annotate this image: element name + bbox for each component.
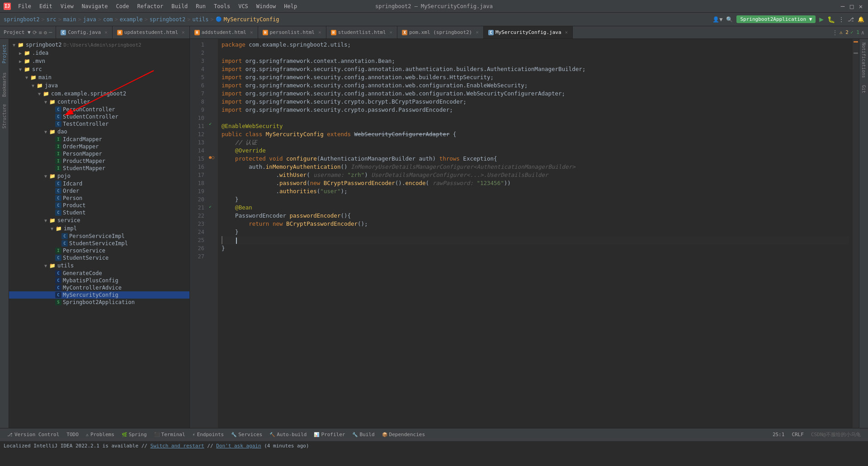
- scrollbar-area[interactable]: [853, 39, 859, 428]
- status-problems[interactable]: ⚠ Problems: [82, 428, 118, 441]
- tree-item-controller[interactable]: ▼ 📁 controller: [9, 98, 189, 106]
- menu-build[interactable]: Build: [168, 2, 191, 10]
- breadcrumb-java[interactable]: java: [83, 16, 96, 23]
- tree-item-person[interactable]: C Person: [9, 195, 189, 202]
- project-strip-button[interactable]: Project: [1, 39, 8, 69]
- tree-item-impl[interactable]: ▼ 📁 impl: [9, 224, 189, 233]
- status-profiler[interactable]: 📊 Profiler: [310, 428, 349, 441]
- tree-item-testcontroller[interactable]: C TestController: [9, 120, 189, 128]
- tree-arrow-controller[interactable]: ▼: [42, 100, 49, 105]
- sync-icon[interactable]: ⟳: [33, 29, 37, 36]
- tree-item-mybatisplusconfig[interactable]: C MybatisPlusConfig: [9, 277, 189, 284]
- project-label[interactable]: Project ▼: [4, 29, 31, 35]
- notifications[interactable]: 🔔: [858, 16, 864, 23]
- tree-arrow-impl[interactable]: ▼: [49, 226, 55, 231]
- tree-item-idcardmapper[interactable]: I IdcardMapper: [9, 136, 189, 143]
- tree-arrow-com[interactable]: ▼: [36, 91, 42, 96]
- collapse-icon[interactable]: ≡: [39, 29, 42, 36]
- tree-item-personserviceimpl[interactable]: C PersonServiceImpl: [9, 233, 189, 240]
- expand-icon[interactable]: ∧: [861, 29, 864, 36]
- tree-item-order[interactable]: C Order: [9, 187, 189, 195]
- tree-item-ordermapper[interactable]: I OrderMapper: [9, 143, 189, 150]
- dont-ask-link[interactable]: Don't ask again: [216, 443, 261, 449]
- code-editor[interactable]: package com.example.springboot2.utils; i…: [218, 39, 853, 428]
- tree-item-java[interactable]: ▼ 📁 java: [9, 81, 189, 90]
- tree-arrow-utils[interactable]: ▼: [42, 263, 49, 268]
- tree-arrow-mvn[interactable]: ▶: [17, 59, 24, 64]
- menu-vcs[interactable]: VCS: [235, 2, 252, 10]
- status-endpoints[interactable]: ⚡ Endpoints: [189, 428, 228, 441]
- git-icon[interactable]: ⎇: [848, 16, 854, 23]
- tab-close-studentlist[interactable]: ×: [390, 29, 393, 35]
- tab-pomxml[interactable]: X pom.xml (springboot2) ×: [397, 26, 484, 38]
- tab-updatestudent[interactable]: H updatestudent.html ×: [113, 26, 190, 38]
- tree-item-pojo[interactable]: ▼ 📁 pojo: [9, 172, 189, 180]
- tree-item-personcontroller[interactable]: C PersonController: [9, 106, 189, 113]
- breadcrumb-example[interactable]: example: [120, 16, 143, 23]
- tree-arrow-springboot2[interactable]: ▼: [11, 43, 17, 48]
- maximize-button[interactable]: □: [848, 3, 855, 10]
- status-autobuild[interactable]: 🔨 Auto-build: [266, 428, 310, 441]
- menu-edit[interactable]: Edit: [36, 2, 56, 10]
- tree-item-generatecode[interactable]: C GenerateCode: [9, 270, 189, 277]
- tab-config[interactable]: C Config.java ×: [56, 26, 112, 38]
- tab-close-mysercurityconfig[interactable]: ×: [565, 29, 568, 35]
- tree-item-productmapper[interactable]: I ProductMapper: [9, 157, 189, 165]
- tree-arrow-idea[interactable]: ▶: [17, 51, 24, 56]
- more-actions[interactable]: ⋮: [839, 16, 844, 23]
- tree-item-com[interactable]: ▼ 📁 com.example.springboot2: [9, 90, 189, 98]
- menu-code[interactable]: Code: [113, 2, 133, 10]
- menu-window[interactable]: Window: [253, 2, 279, 10]
- breadcrumb-springboot2[interactable]: springboot2: [4, 16, 39, 23]
- minimize-button[interactable]: ─: [839, 3, 846, 10]
- tree-item-studentcontroller[interactable]: C StudentController: [9, 113, 189, 120]
- tree-item-idcard[interactable]: C Idcard: [9, 180, 189, 187]
- menu-run[interactable]: Run: [192, 2, 209, 10]
- tree-arrow-main[interactable]: ▼: [24, 75, 30, 80]
- tree-arrow-pojo[interactable]: ▼: [42, 174, 49, 179]
- tab-studentlist[interactable]: H studentlist.html ×: [326, 26, 398, 38]
- tree-item-personservice[interactable]: I PersonService: [9, 247, 189, 254]
- tab-close-updatestudent[interactable]: ×: [182, 29, 185, 35]
- switch-restart-link[interactable]: Switch and restart: [151, 443, 204, 449]
- status-build[interactable]: 🔧 Build: [349, 428, 378, 441]
- bookmarks-strip-button[interactable]: Bookmarks: [1, 69, 8, 100]
- run-config-dropdown[interactable]: Springboot2Application ▼: [736, 15, 816, 23]
- tree-item-mvn[interactable]: ▶ 📁 .mvn: [9, 57, 189, 65]
- tree-item-main[interactable]: ▼ 📁 main: [9, 73, 189, 81]
- tree-item-src[interactable]: ▼ 📁 src: [9, 65, 189, 73]
- breadcrumb-src[interactable]: src: [47, 16, 57, 23]
- tree-item-service[interactable]: ▼ 📁 service: [9, 216, 189, 224]
- tree-item-springboot2application[interactable]: S Springboot2Application: [9, 299, 189, 306]
- breadcrumb-utils[interactable]: utils: [192, 16, 208, 23]
- tab-close-addstudent[interactable]: ×: [250, 29, 253, 35]
- tab-mysercurityconfig[interactable]: C MySercurityConfig.java ×: [484, 26, 573, 38]
- breadcrumb-com[interactable]: com: [103, 16, 113, 23]
- tab-close-pomxml[interactable]: ×: [476, 29, 479, 35]
- tree-item-student[interactable]: C Student: [9, 209, 189, 216]
- settings-icon[interactable]: ⚙: [44, 29, 47, 36]
- breadcrumb-current[interactable]: MySercurityConfig: [224, 16, 279, 23]
- nav-search-icon[interactable]: 🔍: [726, 16, 733, 23]
- status-version-control[interactable]: ⎇ Version Control: [4, 428, 63, 441]
- nav-user-icon[interactable]: 👤▼: [712, 16, 722, 23]
- tree-arrow-java[interactable]: ▼: [30, 83, 36, 88]
- breadcrumb-springboot2pkg[interactable]: springboot2: [150, 16, 185, 23]
- tree-item-product[interactable]: C Product: [9, 202, 189, 209]
- tab-personlist[interactable]: H personlist.html ×: [258, 26, 326, 38]
- menu-refactor[interactable]: Refactor: [133, 2, 167, 10]
- menu-tools[interactable]: Tools: [210, 2, 234, 10]
- status-todo[interactable]: TODO: [63, 428, 82, 441]
- editor-content[interactable]: 1 2 3 4 5 6 7 8 9 10 11 12 13 14 15 16 1…: [190, 39, 859, 428]
- structure-strip-button[interactable]: Structure: [1, 100, 8, 132]
- tab-more-button[interactable]: ⋮: [832, 29, 838, 36]
- status-terminal[interactable]: ⬛ Terminal: [151, 428, 189, 441]
- tree-item-personmapper[interactable]: I PersonMapper: [9, 150, 189, 157]
- tree-arrow-dao[interactable]: ▼: [42, 129, 49, 134]
- tree-item-mysercurityconfig[interactable]: C MySercurityConfig: [9, 291, 189, 299]
- run-button[interactable]: ▶: [819, 15, 824, 24]
- git-right-icon[interactable]: Git: [860, 81, 867, 97]
- debug-button[interactable]: 🐛: [827, 16, 835, 23]
- tree-item-studentservice[interactable]: C StudentService: [9, 254, 189, 262]
- tree-item-springboot2[interactable]: ▼ 📁 springboot2 D:\Users\Admin\springboo…: [9, 41, 189, 49]
